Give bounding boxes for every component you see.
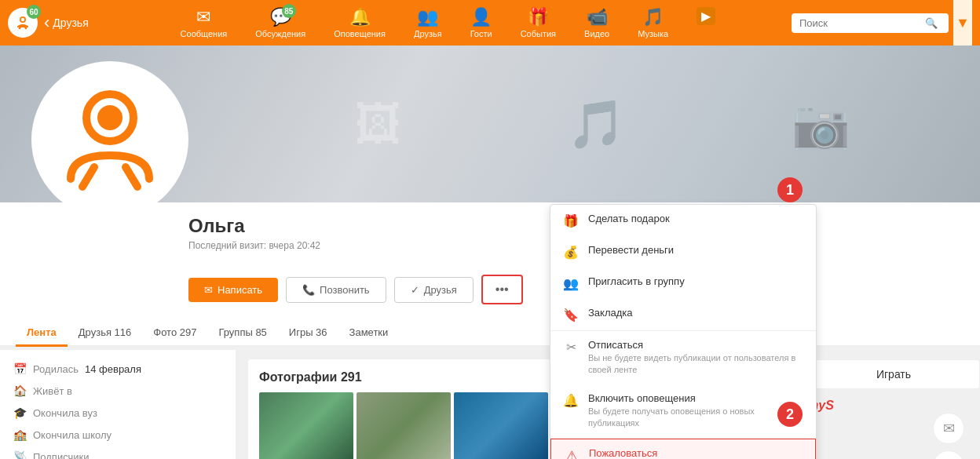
events-label: События <box>521 29 556 38</box>
nav-item-video[interactable]: 📹 Видео <box>570 4 623 42</box>
info-city: 🏠 Живёт в <box>13 384 223 397</box>
nav-item-music[interactable]: 🎵 Музыка <box>623 4 682 42</box>
dropdown-unsubscribe-text: Отписаться Вы не будете видеть публикаци… <box>588 339 803 377</box>
call-icon: 📞 <box>302 284 315 296</box>
watermark-photo-icon: 🖼 <box>354 97 401 151</box>
tab-photos[interactable]: Фото 297 <box>142 320 207 347</box>
dropdown-item-money[interactable]: 💰 Перевести деньги <box>550 236 816 268</box>
tab-groups[interactable]: Группы 85 <box>207 320 277 347</box>
games-icon: ▶ <box>697 7 715 25</box>
dropdown-group-text: Пригласить в группу <box>588 275 803 287</box>
back-button[interactable]: Друзья <box>44 13 89 33</box>
profile-cover: 👍 🖼 🎵 📷 <box>0 46 980 202</box>
play-button[interactable]: Играть <box>807 359 980 389</box>
unsubscribe-desc: Вы не будете видеть публикации от пользо… <box>588 352 803 377</box>
watermark-image-icon: 📷 <box>792 97 850 152</box>
subscribers-icon: 📡 <box>13 450 27 459</box>
annotation-1: 1 <box>777 177 803 202</box>
write-button[interactable]: ✉ Написать <box>188 278 278 302</box>
birthday-label: Родилась <box>33 363 79 375</box>
nav-item-guests[interactable]: 👤 Гости <box>456 4 506 42</box>
nav-item-friends[interactable]: 👥 Друзья <box>400 4 456 42</box>
discussions-label: Обсуждения <box>255 29 305 38</box>
top-navigation: 60 Друзья ✉ Сообщения 💬 85 Обсуждения 🔔 <box>0 0 980 46</box>
school-label: Окончила школу <box>33 429 112 441</box>
right-icon-1[interactable]: ✉ <box>933 413 964 444</box>
back-label: Друзья <box>53 16 88 29</box>
discussions-icon: 💬 85 <box>270 7 291 27</box>
dropdown-item-group[interactable]: 👥 Пригласить в группу <box>550 268 816 299</box>
nav-item-events[interactable]: 🎁 События <box>506 4 570 42</box>
more-button[interactable]: ••• <box>481 275 523 304</box>
right-sidebar: Играть myS ✉ ✉ ✉ ✉ <box>807 347 980 459</box>
university-label: Окончила вуз <box>33 407 97 419</box>
dropdown-item-gift[interactable]: 🎁 Сделать подарок <box>550 205 816 236</box>
photo-thumb-2[interactable] <box>357 392 451 459</box>
right-icons: ✉ ✉ ✉ ✉ <box>807 413 980 459</box>
profile-tabs: Лента Друзья 116 Фото 297 Группы 85 Игры… <box>0 311 980 347</box>
video-label: Видео <box>584 29 609 38</box>
city-label: Живёт в <box>33 385 72 397</box>
music-icon: 🎵 <box>642 7 664 27</box>
profile-actions: ✉ Написать 📞 Позвонить ✓ Друзья ••• <box>0 265 980 304</box>
dropdown-bookmark-text: Закладка <box>588 307 803 319</box>
nav-items: ✉ Сообщения 💬 85 Обсуждения 🔔 Оповещения… <box>104 4 792 42</box>
bookmark-icon: 🔖 <box>563 308 579 322</box>
report-icon: ⚠ <box>564 448 580 459</box>
video-icon: 📹 <box>587 7 608 27</box>
svg-point-1 <box>21 18 24 21</box>
dropdown-item-bookmark[interactable]: 🔖 Закладка <box>550 299 816 330</box>
nav-item-notifications[interactable]: 🔔 Оповещения <box>320 4 400 42</box>
info-school: 🏫 Окончила школу <box>13 428 223 441</box>
profile-avatar[interactable] <box>31 61 188 202</box>
nav-item-discussions[interactable]: 💬 85 Обсуждения <box>241 4 320 42</box>
notifications-title: Включить оповещения <box>588 392 803 404</box>
main-content: 📅 Родилась 14 февраля 🏠 Живёт в 🎓 Окончи… <box>0 347 980 459</box>
online-badge: 60 <box>27 5 41 19</box>
dropdown-item-report[interactable]: ⚠ Пожаловаться <box>550 439 816 459</box>
tab-friends[interactable]: Друзья 116 <box>68 320 142 347</box>
nav-item-messages[interactable]: ✉ Сообщения <box>166 4 242 42</box>
friends-button[interactable]: ✓ Друзья <box>394 277 474 303</box>
unsubscribe-title: Отписаться <box>588 339 803 351</box>
dropdown-gift-text: Сделать подарок <box>588 213 803 224</box>
tab-games[interactable]: Игры 36 <box>278 320 338 347</box>
messages-label: Сообщения <box>181 29 228 38</box>
notif-toggle-icon: 🔔 <box>563 393 579 408</box>
nav-item-games[interactable]: ▶ <box>682 4 730 42</box>
group-title: Пригласить в группу <box>588 275 803 287</box>
info-subscribers: 📡 Подписчики <box>13 450 223 459</box>
dropdown-report-text: Пожаловаться <box>589 447 803 459</box>
tab-feed[interactable]: Лента <box>16 320 68 347</box>
search-input[interactable] <box>799 17 925 29</box>
annotation-2: 2 <box>777 402 803 427</box>
events-icon: 🎁 <box>528 7 549 27</box>
info-birthday: 📅 Родилась 14 февраля <box>13 362 223 375</box>
discussions-badge: 85 <box>282 4 296 18</box>
messages-icon: ✉ <box>196 7 210 27</box>
call-button[interactable]: 📞 Позвонить <box>286 277 386 303</box>
friends-label: Друзья <box>414 29 442 38</box>
photo-thumb-1[interactable] <box>259 392 353 459</box>
photos-title: Фотографии <box>259 370 337 384</box>
mys-logo: myS <box>807 399 980 413</box>
search-icon: 🔍 <box>925 17 938 29</box>
write-icon: ✉ <box>204 284 213 296</box>
money-icon: 💰 <box>563 245 579 260</box>
birthday-icon: 📅 <box>13 362 27 375</box>
photo-thumb-3[interactable] <box>454 392 548 459</box>
dropdown-item-unsubscribe[interactable]: ✂ Отписаться Вы не будете видеть публика… <box>550 331 816 384</box>
nav-dropdown-arrow[interactable]: ▼ <box>953 0 972 46</box>
notifications-label: Оповещения <box>334 29 386 38</box>
university-icon: 🎓 <box>13 406 27 419</box>
search-box[interactable]: 🔍 <box>792 13 949 33</box>
svg-point-3 <box>97 105 122 130</box>
dropdown-item-notifications[interactable]: 🔔 Включить оповещения Вы будете получать… <box>550 384 816 438</box>
right-icon-2[interactable]: ✉ <box>933 450 964 459</box>
tab-notes[interactable]: Заметки <box>338 320 400 347</box>
more-dots-label: ••• <box>495 282 509 297</box>
subscribers-label: Подписчики <box>33 451 90 460</box>
group-invite-icon: 👥 <box>563 276 579 291</box>
notifications-icon: 🔔 <box>349 7 371 27</box>
logo[interactable]: 60 <box>8 8 38 38</box>
